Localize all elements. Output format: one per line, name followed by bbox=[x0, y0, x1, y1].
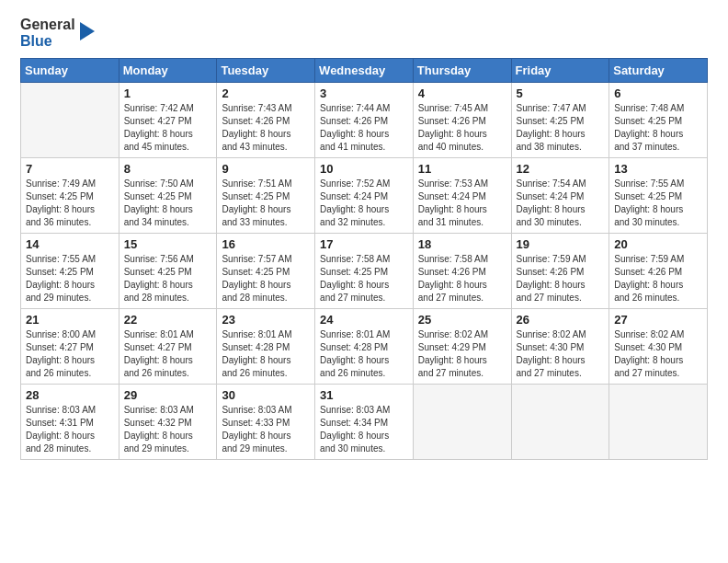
calendar-cell: 21Sunrise: 8:00 AM Sunset: 4:27 PM Dayli… bbox=[21, 309, 119, 385]
page: General Blue SundayMondayTuesdayWednesda… bbox=[0, 0, 728, 563]
day-info: Sunrise: 8:02 AM Sunset: 4:30 PM Dayligh… bbox=[614, 328, 702, 380]
day-info: Sunrise: 7:54 AM Sunset: 4:24 PM Dayligh… bbox=[517, 178, 605, 229]
day-number: 11 bbox=[418, 162, 506, 176]
day-info: Sunrise: 8:00 AM Sunset: 4:27 PM Dayligh… bbox=[26, 328, 114, 380]
weekday-header-thursday: Thursday bbox=[413, 59, 511, 83]
svg-marker-0 bbox=[80, 22, 95, 40]
calendar-cell bbox=[413, 385, 511, 460]
calendar-cell: 15Sunrise: 7:56 AM Sunset: 4:25 PM Dayli… bbox=[119, 234, 217, 309]
day-number: 25 bbox=[418, 313, 506, 327]
day-number: 22 bbox=[124, 313, 212, 327]
logo: General Blue bbox=[20, 17, 97, 49]
calendar-cell: 22Sunrise: 8:01 AM Sunset: 4:27 PM Dayli… bbox=[119, 309, 217, 385]
day-info: Sunrise: 7:47 AM Sunset: 4:25 PM Dayligh… bbox=[517, 102, 605, 154]
calendar-cell bbox=[609, 385, 708, 460]
day-number: 6 bbox=[614, 86, 702, 100]
calendar-cell: 23Sunrise: 8:01 AM Sunset: 4:28 PM Dayli… bbox=[217, 309, 315, 385]
calendar-cell: 30Sunrise: 8:03 AM Sunset: 4:33 PM Dayli… bbox=[217, 385, 315, 460]
calendar-cell: 29Sunrise: 8:03 AM Sunset: 4:32 PM Dayli… bbox=[119, 385, 217, 460]
logo-blue: Blue bbox=[20, 33, 75, 50]
day-info: Sunrise: 7:48 AM Sunset: 4:25 PM Dayligh… bbox=[614, 102, 702, 154]
calendar-cell: 31Sunrise: 8:03 AM Sunset: 4:34 PM Dayli… bbox=[315, 385, 414, 460]
weekday-header-sunday: Sunday bbox=[21, 59, 119, 83]
day-number: 10 bbox=[320, 162, 408, 176]
calendar-cell: 8Sunrise: 7:50 AM Sunset: 4:25 PM Daylig… bbox=[119, 158, 217, 234]
day-number: 3 bbox=[320, 86, 408, 100]
day-number: 31 bbox=[320, 388, 408, 402]
day-info: Sunrise: 7:51 AM Sunset: 4:25 PM Dayligh… bbox=[222, 178, 310, 229]
day-info: Sunrise: 8:01 AM Sunset: 4:28 PM Dayligh… bbox=[222, 328, 310, 380]
calendar-cell bbox=[511, 385, 609, 460]
calendar-cell: 7Sunrise: 7:49 AM Sunset: 4:25 PM Daylig… bbox=[21, 158, 119, 234]
day-number: 14 bbox=[26, 237, 114, 251]
day-number: 16 bbox=[222, 237, 310, 251]
day-info: Sunrise: 7:52 AM Sunset: 4:24 PM Dayligh… bbox=[320, 178, 408, 229]
calendar-cell: 4Sunrise: 7:45 AM Sunset: 4:26 PM Daylig… bbox=[413, 83, 511, 158]
day-info: Sunrise: 8:02 AM Sunset: 4:30 PM Dayligh… bbox=[517, 328, 605, 380]
calendar-cell: 19Sunrise: 7:59 AM Sunset: 4:26 PM Dayli… bbox=[511, 234, 609, 309]
day-number: 29 bbox=[124, 388, 212, 402]
weekday-header-monday: Monday bbox=[119, 59, 217, 83]
weekday-header-tuesday: Tuesday bbox=[217, 59, 315, 83]
calendar-cell: 28Sunrise: 8:03 AM Sunset: 4:31 PM Dayli… bbox=[21, 385, 119, 460]
day-info: Sunrise: 7:59 AM Sunset: 4:26 PM Dayligh… bbox=[517, 253, 605, 304]
calendar-cell: 24Sunrise: 8:01 AM Sunset: 4:28 PM Dayli… bbox=[315, 309, 414, 385]
calendar-week-4: 21Sunrise: 8:00 AM Sunset: 4:27 PM Dayli… bbox=[21, 309, 708, 385]
weekday-header-saturday: Saturday bbox=[609, 59, 708, 83]
day-info: Sunrise: 7:55 AM Sunset: 4:25 PM Dayligh… bbox=[26, 253, 114, 304]
calendar-cell: 16Sunrise: 7:57 AM Sunset: 4:25 PM Dayli… bbox=[217, 234, 315, 309]
logo-chevron-icon bbox=[78, 18, 97, 48]
day-info: Sunrise: 8:01 AM Sunset: 4:27 PM Dayligh… bbox=[124, 328, 212, 380]
day-number: 15 bbox=[124, 237, 212, 251]
day-number: 12 bbox=[517, 162, 605, 176]
calendar-cell bbox=[21, 83, 119, 158]
day-number: 27 bbox=[614, 313, 702, 327]
day-info: Sunrise: 7:59 AM Sunset: 4:26 PM Dayligh… bbox=[614, 253, 702, 304]
calendar-week-1: 1Sunrise: 7:42 AM Sunset: 4:27 PM Daylig… bbox=[21, 83, 708, 158]
day-info: Sunrise: 7:56 AM Sunset: 4:25 PM Dayligh… bbox=[124, 253, 212, 304]
calendar-cell: 18Sunrise: 7:58 AM Sunset: 4:26 PM Dayli… bbox=[413, 234, 511, 309]
calendar-cell: 13Sunrise: 7:55 AM Sunset: 4:25 PM Dayli… bbox=[609, 158, 708, 234]
day-info: Sunrise: 7:44 AM Sunset: 4:26 PM Dayligh… bbox=[320, 102, 408, 154]
calendar-cell: 5Sunrise: 7:47 AM Sunset: 4:25 PM Daylig… bbox=[511, 83, 609, 158]
weekday-header-friday: Friday bbox=[511, 59, 609, 83]
calendar-cell: 10Sunrise: 7:52 AM Sunset: 4:24 PM Dayli… bbox=[315, 158, 414, 234]
calendar-cell: 27Sunrise: 8:02 AM Sunset: 4:30 PM Dayli… bbox=[609, 309, 708, 385]
day-info: Sunrise: 7:49 AM Sunset: 4:25 PM Dayligh… bbox=[26, 178, 114, 229]
day-number: 21 bbox=[26, 313, 114, 327]
day-number: 24 bbox=[320, 313, 408, 327]
calendar-cell: 12Sunrise: 7:54 AM Sunset: 4:24 PM Dayli… bbox=[511, 158, 609, 234]
calendar-cell: 3Sunrise: 7:44 AM Sunset: 4:26 PM Daylig… bbox=[315, 83, 414, 158]
day-number: 5 bbox=[517, 86, 605, 100]
calendar-cell: 20Sunrise: 7:59 AM Sunset: 4:26 PM Dayli… bbox=[609, 234, 708, 309]
day-info: Sunrise: 8:03 AM Sunset: 4:33 PM Dayligh… bbox=[222, 404, 310, 455]
day-number: 2 bbox=[222, 86, 310, 100]
day-info: Sunrise: 8:01 AM Sunset: 4:28 PM Dayligh… bbox=[320, 328, 408, 380]
day-number: 13 bbox=[614, 162, 702, 176]
day-number: 1 bbox=[124, 86, 212, 100]
day-info: Sunrise: 8:02 AM Sunset: 4:29 PM Dayligh… bbox=[418, 328, 506, 380]
day-number: 8 bbox=[124, 162, 212, 176]
day-info: Sunrise: 7:58 AM Sunset: 4:26 PM Dayligh… bbox=[418, 253, 506, 304]
calendar-cell: 17Sunrise: 7:58 AM Sunset: 4:25 PM Dayli… bbox=[315, 234, 414, 309]
day-number: 23 bbox=[222, 313, 310, 327]
calendar-week-2: 7Sunrise: 7:49 AM Sunset: 4:25 PM Daylig… bbox=[21, 158, 708, 234]
calendar-week-5: 28Sunrise: 8:03 AM Sunset: 4:31 PM Dayli… bbox=[21, 385, 708, 460]
day-number: 28 bbox=[26, 388, 114, 402]
day-info: Sunrise: 7:53 AM Sunset: 4:24 PM Dayligh… bbox=[418, 178, 506, 229]
day-info: Sunrise: 8:03 AM Sunset: 4:31 PM Dayligh… bbox=[26, 404, 114, 455]
day-info: Sunrise: 7:55 AM Sunset: 4:25 PM Dayligh… bbox=[614, 178, 702, 229]
day-number: 17 bbox=[320, 237, 408, 251]
day-info: Sunrise: 7:50 AM Sunset: 4:25 PM Dayligh… bbox=[124, 178, 212, 229]
day-number: 19 bbox=[517, 237, 605, 251]
day-number: 9 bbox=[222, 162, 310, 176]
day-number: 18 bbox=[418, 237, 506, 251]
calendar-body: 1Sunrise: 7:42 AM Sunset: 4:27 PM Daylig… bbox=[21, 83, 708, 460]
day-info: Sunrise: 7:43 AM Sunset: 4:26 PM Dayligh… bbox=[222, 102, 310, 154]
day-number: 30 bbox=[222, 388, 310, 402]
day-info: Sunrise: 7:42 AM Sunset: 4:27 PM Dayligh… bbox=[124, 102, 212, 154]
calendar-header-row: SundayMondayTuesdayWednesdayThursdayFrid… bbox=[21, 59, 708, 83]
calendar-cell: 6Sunrise: 7:48 AM Sunset: 4:25 PM Daylig… bbox=[609, 83, 708, 158]
day-info: Sunrise: 8:03 AM Sunset: 4:32 PM Dayligh… bbox=[124, 404, 212, 455]
day-number: 26 bbox=[517, 313, 605, 327]
